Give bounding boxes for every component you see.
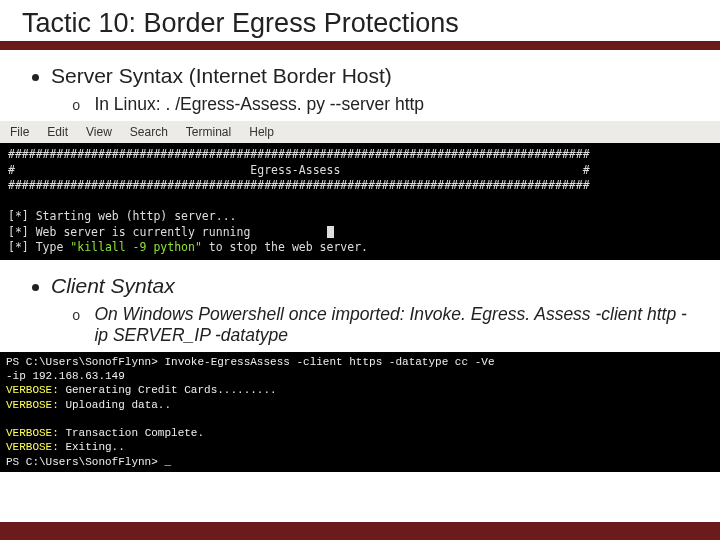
terminal-menubar: File Edit View Search Terminal Help [0, 121, 720, 143]
title-band: Tactic 10: Border Egress Protections [0, 0, 720, 44]
ps-l2: -ip 192.168.63.149 [6, 370, 125, 382]
term-l1: [*] Starting web (http) server... [8, 209, 236, 223]
sub-client-text: On Windows Powershell once imported: Inv… [94, 304, 688, 346]
ps-v4b: Exiting.. [59, 441, 125, 453]
bullet-dot-icon [32, 284, 39, 291]
powershell-terminal[interactable]: PS C:\Users\SonofFlynn> Invoke-EgressAss… [0, 352, 720, 472]
term-l3c: "killall -9 python" [70, 240, 202, 254]
linux-terminal[interactable]: ########################################… [0, 143, 720, 260]
bottom-band [0, 522, 720, 540]
ps-v1a: VERBOSE: [6, 384, 59, 396]
ps-v2a: VERBOSE: [6, 399, 59, 411]
bullet-server: Server Syntax (Internet Border Host) [32, 64, 688, 88]
term-hash2: ########################################… [8, 178, 590, 192]
menu-terminal[interactable]: Terminal [186, 125, 231, 139]
term-banner: # Egress-Assess # [8, 163, 590, 177]
ps-l7: PS C:\Users\SonofFlynn> _ [6, 456, 171, 468]
slide-title: Tactic 10: Border Egress Protections [22, 8, 698, 39]
menu-search[interactable]: Search [130, 125, 168, 139]
content2: Client Syntax o On Windows Powershell on… [0, 260, 720, 346]
ps-v4a: VERBOSE: [6, 441, 59, 453]
sub-client: o On Windows Powershell once imported: I… [72, 304, 688, 346]
ps-v1b: Generating Credit Cards......... [59, 384, 277, 396]
term-l3p: [*] Type [8, 240, 70, 254]
circle-bullet-icon: o [72, 308, 80, 324]
menu-file[interactable]: File [10, 125, 29, 139]
term-l3s: to stop the web server. [202, 240, 368, 254]
content: Server Syntax (Internet Border Host) o I… [0, 50, 720, 115]
ps-v3a: VERBOSE: [6, 427, 59, 439]
sub-server-text: In Linux: . /Egress-Assess. py --server … [94, 94, 424, 115]
menu-view[interactable]: View [86, 125, 112, 139]
ps-l1: PS C:\Users\SonofFlynn> Invoke-EgressAss… [6, 356, 494, 368]
bullet-client-label: Client Syntax [51, 274, 175, 298]
term-hash1: ########################################… [8, 147, 590, 161]
circle-bullet-icon: o [72, 98, 80, 114]
bullet-dot-icon [32, 74, 39, 81]
bullet-client: Client Syntax [32, 274, 688, 298]
slide: Tactic 10: Border Egress Protections Ser… [0, 0, 720, 540]
term-l2: [*] Web server is currently running [8, 225, 250, 239]
menu-edit[interactable]: Edit [47, 125, 68, 139]
text-cursor-icon [327, 226, 334, 238]
ps-v2b: Uploading data.. [59, 399, 171, 411]
bullet-server-label: Server Syntax (Internet Border Host) [51, 64, 392, 88]
menu-help[interactable]: Help [249, 125, 274, 139]
sub-server: o In Linux: . /Egress-Assess. py --serve… [72, 94, 688, 115]
ps-v3b: Transaction Complete. [59, 427, 204, 439]
